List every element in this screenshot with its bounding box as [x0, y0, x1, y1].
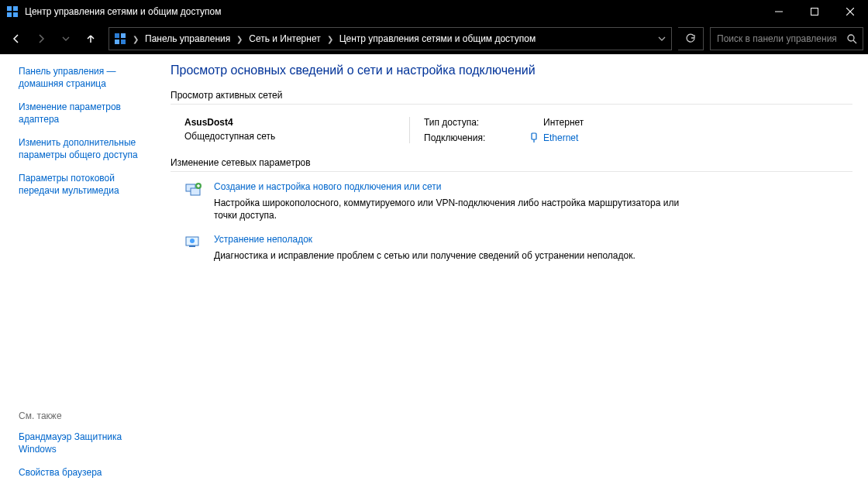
search-input[interactable]	[711, 33, 841, 45]
chevron-right-icon: ❯	[322, 35, 338, 43]
troubleshoot-link[interactable]: Устранение неполадок	[214, 234, 636, 245]
new-connection-link[interactable]: Создание и настройка нового подключения …	[214, 181, 680, 192]
svg-line-13	[853, 40, 856, 43]
navbar: ❯ Панель управления ❯ Сеть и Интернет ❯ …	[0, 23, 868, 54]
titlebar: Центр управления сетями и общим доступом	[0, 0, 868, 23]
breadcrumb-item[interactable]: Центр управления сетями и общим доступом	[338, 32, 538, 46]
sidebar-link-media-streaming[interactable]: Параметры потоковой передачи мультимедиа	[19, 172, 146, 197]
content: Просмотр основных сведений о сети и наст…	[155, 54, 868, 491]
svg-rect-5	[811, 9, 818, 15]
svg-rect-8	[115, 33, 119, 38]
window-title: Центр управления сетями и общим доступом	[25, 6, 761, 17]
sidebar: Панель управления — домашняя страница Из…	[0, 54, 155, 491]
sidebar-link-adapter-settings[interactable]: Изменение параметров адаптера	[19, 101, 146, 125]
app-icon	[6, 5, 19, 18]
location-icon	[112, 33, 128, 45]
new-connection-icon	[184, 181, 202, 198]
troubleshoot-desc: Диагностика и исправление проблем с сеть…	[214, 249, 636, 262]
chevron-right-icon: ❯	[232, 35, 247, 43]
breadcrumb-item[interactable]: Панель управления	[143, 32, 232, 46]
see-also-label: См. также	[19, 410, 146, 421]
svg-rect-2	[7, 12, 12, 17]
sidebar-link-advanced-sharing[interactable]: Изменить дополнительные параметры общего…	[19, 136, 146, 161]
sidebar-home-link[interactable]: Панель управления — домашняя страница	[19, 65, 146, 90]
svg-rect-14	[532, 133, 536, 139]
active-network-row: AsusDost4 Общедоступная сеть Тип доступа…	[170, 112, 852, 157]
svg-rect-1	[13, 6, 18, 11]
svg-rect-3	[13, 12, 18, 17]
chevron-right-icon: ❯	[128, 35, 143, 43]
network-category: Общедоступная сеть	[184, 131, 409, 142]
search-icon[interactable]	[841, 34, 863, 44]
svg-point-12	[848, 35, 854, 41]
forward-button[interactable]	[29, 28, 53, 50]
close-button[interactable]	[832, 0, 868, 23]
svg-rect-9	[121, 33, 126, 38]
svg-rect-0	[7, 6, 12, 11]
troubleshoot-icon	[184, 234, 202, 251]
up-button[interactable]	[79, 28, 102, 50]
sidebar-link-firewall[interactable]: Брандмауэр Защитника Windows	[19, 431, 146, 455]
access-type-value: Интернет	[543, 117, 584, 128]
recent-dropdown[interactable]	[54, 28, 78, 50]
active-networks-label: Просмотр активных сетей	[170, 90, 852, 105]
network-name: AsusDost4	[184, 117, 409, 128]
address-bar[interactable]: ❯ Панель управления ❯ Сеть и Интернет ❯ …	[108, 27, 672, 50]
search-box[interactable]	[710, 27, 863, 50]
minimize-button[interactable]	[761, 0, 797, 23]
access-type-label: Тип доступа:	[424, 117, 525, 128]
page-heading: Просмотр основных сведений о сети и наст…	[170, 64, 852, 77]
svg-rect-10	[115, 39, 119, 44]
change-item-new-connection: Создание и настройка нового подключения …	[184, 181, 680, 221]
sidebar-link-internet-options[interactable]: Свойства браузера	[19, 466, 146, 479]
svg-rect-17	[191, 188, 200, 195]
connection-link[interactable]: Ethernet	[543, 132, 584, 143]
new-connection-desc: Настройка широкополосного, коммутируемог…	[214, 197, 680, 221]
change-settings-label: Изменение сетевых параметров	[170, 157, 852, 172]
svg-point-23	[190, 239, 195, 243]
connections-label: Подключения:	[424, 132, 525, 143]
change-item-troubleshoot: Устранение неполадок Диагностика и испра…	[184, 234, 680, 262]
refresh-button[interactable]	[678, 27, 704, 50]
svg-rect-11	[121, 39, 126, 44]
svg-rect-22	[189, 246, 195, 247]
maximize-button[interactable]	[797, 0, 832, 23]
breadcrumb-item[interactable]: Сеть и Интернет	[247, 32, 322, 46]
address-dropdown[interactable]	[653, 35, 671, 43]
ethernet-icon	[525, 132, 543, 143]
back-button[interactable]	[5, 28, 28, 50]
